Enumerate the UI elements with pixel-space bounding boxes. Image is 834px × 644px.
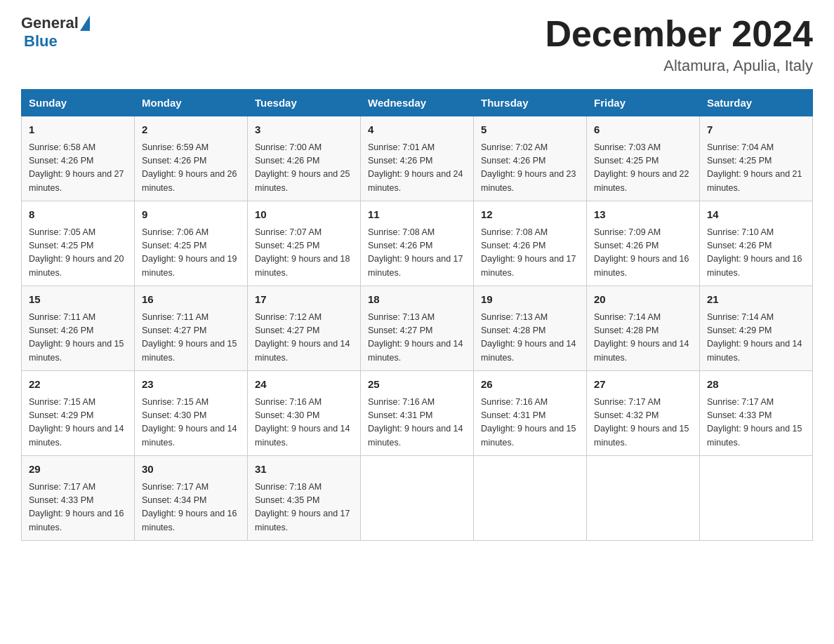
- day-info: Sunrise: 7:04 AMSunset: 4:25 PMDaylight:…: [707, 141, 805, 196]
- day-info: Sunrise: 7:02 AMSunset: 4:26 PMDaylight:…: [481, 141, 579, 196]
- calendar-cell: 12Sunrise: 7:08 AMSunset: 4:26 PMDayligh…: [474, 201, 587, 286]
- day-number: 6: [594, 122, 692, 138]
- logo: General Blue: [21, 14, 91, 51]
- calendar-cell: [700, 456, 813, 541]
- day-info: Sunrise: 6:58 AMSunset: 4:26 PMDaylight:…: [29, 141, 127, 196]
- calendar-cell: 9Sunrise: 7:06 AMSunset: 4:25 PMDaylight…: [135, 201, 248, 286]
- calendar-cell: 11Sunrise: 7:08 AMSunset: 4:26 PMDayligh…: [361, 201, 474, 286]
- day-info: Sunrise: 7:08 AMSunset: 4:26 PMDaylight:…: [481, 226, 579, 281]
- logo-general-text: General: [21, 14, 79, 32]
- day-number: 7: [707, 122, 805, 138]
- calendar-cell: 1Sunrise: 6:58 AMSunset: 4:26 PMDaylight…: [22, 116, 135, 201]
- day-info: Sunrise: 7:17 AMSunset: 4:33 PMDaylight:…: [707, 396, 805, 450]
- calendar-week-row: 15Sunrise: 7:11 AMSunset: 4:26 PMDayligh…: [22, 286, 813, 371]
- day-info: Sunrise: 7:06 AMSunset: 4:25 PMDaylight:…: [142, 226, 240, 281]
- day-info: Sunrise: 7:05 AMSunset: 4:25 PMDaylight:…: [29, 226, 127, 281]
- day-info: Sunrise: 7:00 AMSunset: 4:26 PMDaylight:…: [255, 141, 353, 196]
- calendar-cell: 24Sunrise: 7:16 AMSunset: 4:30 PMDayligh…: [248, 371, 361, 456]
- calendar-cell: 15Sunrise: 7:11 AMSunset: 4:26 PMDayligh…: [22, 286, 135, 371]
- day-number: 24: [255, 377, 353, 393]
- day-number: 4: [368, 122, 466, 138]
- day-info: Sunrise: 7:16 AMSunset: 4:30 PMDaylight:…: [255, 396, 353, 450]
- day-number: 14: [707, 207, 805, 223]
- day-number: 26: [481, 377, 579, 393]
- calendar-cell: 18Sunrise: 7:13 AMSunset: 4:27 PMDayligh…: [361, 286, 474, 371]
- calendar-cell: 14Sunrise: 7:10 AMSunset: 4:26 PMDayligh…: [700, 201, 813, 286]
- calendar-cell: 2Sunrise: 6:59 AMSunset: 4:26 PMDaylight…: [135, 116, 248, 201]
- day-info: Sunrise: 7:17 AMSunset: 4:34 PMDaylight:…: [142, 481, 240, 535]
- calendar-cell: 27Sunrise: 7:17 AMSunset: 4:32 PMDayligh…: [587, 371, 700, 456]
- calendar-cell: 28Sunrise: 7:17 AMSunset: 4:33 PMDayligh…: [700, 371, 813, 456]
- calendar-week-row: 8Sunrise: 7:05 AMSunset: 4:25 PMDaylight…: [22, 201, 813, 286]
- day-info: Sunrise: 7:14 AMSunset: 4:29 PMDaylight:…: [707, 311, 805, 365]
- day-info: Sunrise: 7:13 AMSunset: 4:27 PMDaylight:…: [368, 311, 466, 365]
- title-section: December 2024 Altamura, Apulia, Italy: [545, 14, 813, 75]
- day-info: Sunrise: 7:07 AMSunset: 4:25 PMDaylight:…: [255, 226, 353, 281]
- day-info: Sunrise: 7:15 AMSunset: 4:30 PMDaylight:…: [142, 396, 240, 450]
- day-number: 31: [255, 462, 353, 478]
- calendar-cell: 20Sunrise: 7:14 AMSunset: 4:28 PMDayligh…: [587, 286, 700, 371]
- calendar-cell: 25Sunrise: 7:16 AMSunset: 4:31 PMDayligh…: [361, 371, 474, 456]
- calendar-cell: 10Sunrise: 7:07 AMSunset: 4:25 PMDayligh…: [248, 201, 361, 286]
- location-subtitle: Altamura, Apulia, Italy: [545, 57, 813, 75]
- calendar-cell: 17Sunrise: 7:12 AMSunset: 4:27 PMDayligh…: [248, 286, 361, 371]
- calendar-week-row: 22Sunrise: 7:15 AMSunset: 4:29 PMDayligh…: [22, 371, 813, 456]
- calendar-cell: 7Sunrise: 7:04 AMSunset: 4:25 PMDaylight…: [700, 116, 813, 201]
- calendar-cell: [361, 456, 474, 541]
- calendar-header-sunday: Sunday: [22, 90, 135, 116]
- calendar-week-row: 1Sunrise: 6:58 AMSunset: 4:26 PMDaylight…: [22, 116, 813, 201]
- calendar-cell: 16Sunrise: 7:11 AMSunset: 4:27 PMDayligh…: [135, 286, 248, 371]
- calendar-cell: 26Sunrise: 7:16 AMSunset: 4:31 PMDayligh…: [474, 371, 587, 456]
- day-number: 27: [594, 377, 692, 393]
- calendar-header-thursday: Thursday: [474, 90, 587, 116]
- calendar-cell: [587, 456, 700, 541]
- day-number: 5: [481, 122, 579, 138]
- calendar-week-row: 29Sunrise: 7:17 AMSunset: 4:33 PMDayligh…: [22, 456, 813, 541]
- calendar-cell: 22Sunrise: 7:15 AMSunset: 4:29 PMDayligh…: [22, 371, 135, 456]
- calendar-cell: 23Sunrise: 7:15 AMSunset: 4:30 PMDayligh…: [135, 371, 248, 456]
- day-info: Sunrise: 7:18 AMSunset: 4:35 PMDaylight:…: [255, 481, 353, 535]
- day-number: 21: [707, 292, 805, 308]
- day-number: 23: [142, 377, 240, 393]
- calendar-cell: 13Sunrise: 7:09 AMSunset: 4:26 PMDayligh…: [587, 201, 700, 286]
- calendar-table: SundayMondayTuesdayWednesdayThursdayFrid…: [21, 89, 813, 541]
- calendar-cell: 8Sunrise: 7:05 AMSunset: 4:25 PMDaylight…: [22, 201, 135, 286]
- day-number: 2: [142, 122, 240, 138]
- day-info: Sunrise: 7:03 AMSunset: 4:25 PMDaylight:…: [594, 141, 692, 196]
- month-title: December 2024: [545, 14, 813, 54]
- day-info: Sunrise: 7:14 AMSunset: 4:28 PMDaylight:…: [594, 311, 692, 365]
- day-info: Sunrise: 7:09 AMSunset: 4:26 PMDaylight:…: [594, 226, 692, 281]
- day-number: 18: [368, 292, 466, 308]
- day-number: 8: [29, 207, 127, 223]
- day-number: 15: [29, 292, 127, 308]
- day-number: 30: [142, 462, 240, 478]
- calendar-header-wednesday: Wednesday: [361, 90, 474, 116]
- day-number: 1: [29, 122, 127, 138]
- day-info: Sunrise: 7:17 AMSunset: 4:32 PMDaylight:…: [594, 396, 692, 450]
- day-info: Sunrise: 7:11 AMSunset: 4:26 PMDaylight:…: [29, 311, 127, 365]
- day-info: Sunrise: 7:15 AMSunset: 4:29 PMDaylight:…: [29, 396, 127, 450]
- calendar-header-friday: Friday: [587, 90, 700, 116]
- day-info: Sunrise: 7:16 AMSunset: 4:31 PMDaylight:…: [368, 396, 466, 450]
- calendar-cell: 6Sunrise: 7:03 AMSunset: 4:25 PMDaylight…: [587, 116, 700, 201]
- day-number: 12: [481, 207, 579, 223]
- calendar-cell: 3Sunrise: 7:00 AMSunset: 4:26 PMDaylight…: [248, 116, 361, 201]
- day-info: Sunrise: 7:10 AMSunset: 4:26 PMDaylight:…: [707, 226, 805, 281]
- day-info: Sunrise: 7:12 AMSunset: 4:27 PMDaylight:…: [255, 311, 353, 365]
- calendar-header-tuesday: Tuesday: [248, 90, 361, 116]
- day-info: Sunrise: 7:13 AMSunset: 4:28 PMDaylight:…: [481, 311, 579, 365]
- day-number: 9: [142, 207, 240, 223]
- day-info: Sunrise: 7:01 AMSunset: 4:26 PMDaylight:…: [368, 141, 466, 196]
- day-number: 20: [594, 292, 692, 308]
- calendar-header-monday: Monday: [135, 90, 248, 116]
- day-number: 13: [594, 207, 692, 223]
- day-info: Sunrise: 7:11 AMSunset: 4:27 PMDaylight:…: [142, 311, 240, 365]
- day-number: 28: [707, 377, 805, 393]
- day-info: Sunrise: 6:59 AMSunset: 4:26 PMDaylight:…: [142, 141, 240, 196]
- calendar-cell: 21Sunrise: 7:14 AMSunset: 4:29 PMDayligh…: [700, 286, 813, 371]
- calendar-cell: 5Sunrise: 7:02 AMSunset: 4:26 PMDaylight…: [474, 116, 587, 201]
- day-number: 11: [368, 207, 466, 223]
- calendar-cell: 29Sunrise: 7:17 AMSunset: 4:33 PMDayligh…: [22, 456, 135, 541]
- day-number: 10: [255, 207, 353, 223]
- day-number: 25: [368, 377, 466, 393]
